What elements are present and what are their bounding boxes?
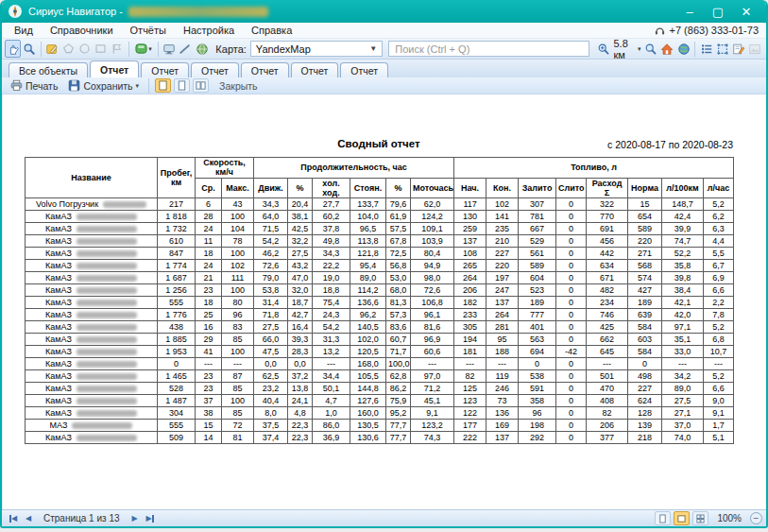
close-button[interactable]: ✕ [732, 2, 760, 21]
value-cell: 95,2 [386, 407, 411, 420]
sb-view-multi-button[interactable] [692, 511, 708, 525]
map-provider-value: YandexMap [256, 43, 311, 55]
menu-item[interactable]: Справочники [42, 25, 122, 36]
minimize-button[interactable]: – [675, 2, 704, 21]
selection-frame-button[interactable] [714, 40, 730, 58]
value-cell: 50,1 [313, 383, 350, 395]
edit-map-icon [45, 43, 59, 56]
value-cell: --- [313, 358, 350, 370]
value-cell: 37,5 [254, 420, 288, 432]
column-header: Макс. [222, 178, 254, 198]
column-header: Стоян. [350, 178, 386, 198]
whole-page-icon [177, 80, 187, 91]
tab-report[interactable]: Отчет [291, 62, 339, 77]
page-width-icon [158, 80, 168, 91]
column-header: % [386, 178, 411, 198]
monitoring-button[interactable] [162, 40, 178, 58]
toolbar-separator [148, 78, 149, 94]
next-page-button[interactable]: ▶ [128, 512, 143, 525]
column-header: Движ. [254, 178, 288, 198]
flag-tool-button[interactable] [109, 40, 125, 58]
vehicle-name-cell: КамАЗ [26, 297, 158, 309]
value-cell: --- [454, 358, 486, 370]
maximize-button[interactable]: ▢ [704, 2, 732, 21]
menu-item[interactable]: Настройка [175, 25, 243, 36]
map-provider-select[interactable]: YandexMap ▼ [250, 41, 383, 57]
value-cell: 0 [556, 309, 587, 321]
value-cell: 482 [587, 284, 628, 297]
sb-view-single-button[interactable] [655, 511, 671, 525]
view-page-width-button[interactable] [155, 78, 171, 93]
zoom-out-button[interactable]: − [750, 512, 762, 524]
value-cell: 42,5 [288, 223, 313, 235]
value-cell: 72,5 [386, 248, 411, 260]
redacted-plate [77, 300, 137, 306]
sb-view-width-button[interactable] [674, 511, 690, 525]
zoom-in-button[interactable] [595, 40, 611, 58]
redacted-plate [77, 349, 137, 355]
zoom-search-button[interactable] [21, 40, 37, 58]
value-cell: 246 [486, 383, 519, 395]
map-scale-dropdown[interactable]: 5.8 км ▾ [611, 38, 642, 60]
circle-tool-button[interactable] [77, 40, 93, 58]
value-cell: 125 [454, 383, 486, 395]
zoom-in-icon [597, 43, 610, 56]
notes-edit-button[interactable] [731, 40, 747, 58]
value-cell: 18,8 [313, 284, 350, 297]
close-report-button[interactable]: Закрыть [212, 80, 265, 92]
value-cell: 168,0 [350, 358, 386, 370]
last-page-button[interactable]: ▶ [143, 512, 158, 525]
column-header: Нач. [454, 178, 486, 198]
home-button[interactable] [659, 40, 675, 58]
value-cell: 206 [587, 420, 628, 432]
value-cell: 137 [486, 432, 519, 444]
zoom-area-button[interactable] [643, 40, 659, 58]
pan-tool-button[interactable] [5, 40, 21, 58]
legend-list-button[interactable] [698, 40, 714, 58]
view-two-pages-button[interactable] [193, 78, 209, 93]
globe-button[interactable] [675, 40, 691, 58]
print-button[interactable]: Печать [7, 78, 61, 94]
globe-sync-button[interactable] [194, 40, 210, 58]
save-button[interactable]: Сохранить ▾ [64, 78, 143, 94]
menu-item[interactable]: Вид [6, 25, 42, 36]
polygon-tool-button[interactable] [60, 40, 77, 58]
value-cell: 2,2 [704, 297, 734, 309]
search-input[interactable]: Поиск (Ctrl + Q) [388, 41, 589, 57]
value-cell: 148,7 [662, 198, 704, 211]
value-cell: 123,2 [411, 420, 454, 432]
value-cell: 5,2 [704, 321, 734, 334]
value-cell: 746 [587, 309, 628, 321]
tab-report[interactable]: Отчет [191, 62, 239, 77]
value-cell: 95,4 [350, 260, 386, 272]
prev-page-button[interactable]: ◀ [21, 512, 36, 525]
value-cell: 71,2 [411, 383, 454, 395]
tab-all-objects[interactable]: Все объекты [9, 62, 88, 77]
first-page-button[interactable]: ◀ [6, 512, 21, 525]
edit-map-button[interactable] [43, 40, 60, 58]
value-cell: 584 [628, 346, 662, 358]
tab-report[interactable]: Отчет [141, 62, 189, 77]
redacted-plate [77, 250, 137, 257]
image-button[interactable] [747, 40, 763, 58]
tab-report[interactable]: Отчет [241, 62, 289, 77]
route-button[interactable] [178, 40, 194, 58]
table-row: КамАЗ1 885298566,039,331,3102,060,796,91… [26, 334, 734, 346]
value-cell: 770 [587, 211, 628, 223]
value-cell: -42 [556, 346, 587, 358]
value-cell: 68,0 [386, 284, 411, 297]
value-cell: 136,6 [350, 297, 386, 309]
vehicle-menu-button[interactable]: ▾ [131, 40, 154, 58]
view-whole-page-button[interactable] [174, 78, 190, 93]
monitor-icon [162, 43, 176, 56]
menu-item[interactable]: Отчёты [122, 25, 175, 36]
tab-report-active[interactable]: Отчет [90, 60, 139, 77]
list-icon [700, 43, 713, 56]
value-cell: 100 [222, 346, 254, 358]
value-cell: 34,4 [313, 370, 350, 383]
rect-tool-button[interactable] [93, 40, 109, 58]
value-cell: 624 [628, 395, 662, 407]
value-cell: 60,2 [313, 211, 350, 223]
menu-item[interactable]: Справка [243, 25, 300, 36]
tab-report[interactable]: Отчет [340, 62, 388, 77]
